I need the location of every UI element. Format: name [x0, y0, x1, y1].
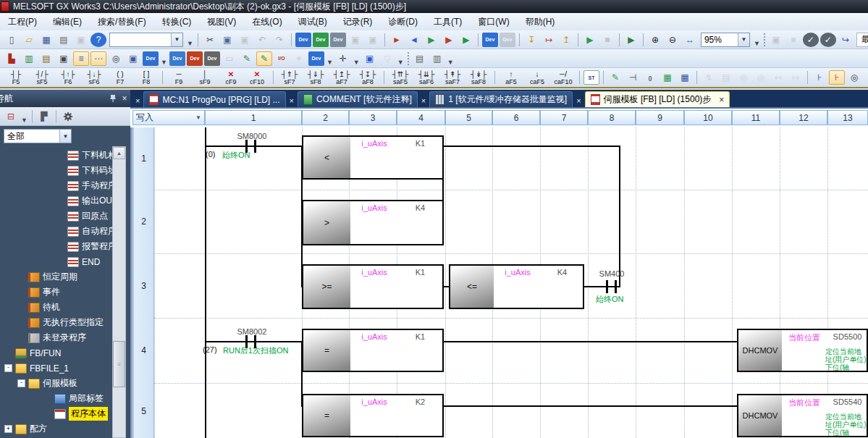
rising-edge-op-button[interactable]: ↑aF5	[498, 68, 524, 88]
tree-expander-icon[interactable]: -	[4, 364, 12, 372]
ladder-edit-icon[interactable]: ✎	[607, 70, 623, 85]
delete-row-icon[interactable]: ↦	[788, 70, 804, 85]
redo-icon[interactable]: ↷	[271, 33, 287, 47]
dock-layout-icon[interactable]: ▛	[36, 109, 52, 124]
grid-option2-icon[interactable]: ▥	[429, 51, 445, 66]
io-check-icon[interactable]: I/O	[274, 51, 290, 66]
tree-item-事件[interactable]: 事件	[0, 285, 114, 300]
closed-contact-button[interactable]: ┤/├sF5	[29, 68, 55, 88]
wizard-icon[interactable]: ✦	[291, 51, 307, 66]
remote-operation-icon[interactable]: ▶	[441, 33, 457, 47]
contact-symbol[interactable]	[606, 280, 608, 293]
close-tab-icon[interactable]: ×	[576, 96, 581, 105]
step-run-icon[interactable]: ↧	[523, 33, 539, 47]
horizontal-line-button[interactable]: ─F9	[166, 68, 192, 88]
menu-item-c[interactable]: 转换(C)	[154, 13, 200, 31]
blank-icon[interactable]: ■	[785, 33, 801, 47]
coil-edit-icon[interactable]: ()	[642, 70, 658, 85]
tree-item-配方[interactable]: +配方	[0, 421, 114, 437]
transfer-write-icon[interactable]: ►	[389, 33, 405, 47]
check2-icon[interactable]: ✓	[820, 33, 836, 47]
tree-expander-icon[interactable]: -	[17, 379, 25, 387]
jump-icon[interactable]: ↪	[838, 33, 854, 47]
tree-item-下料码垛[interactable]: 下料码垛	[0, 163, 114, 178]
contact-edit-icon[interactable]: ⊣	[625, 70, 641, 85]
compare-block[interactable]: = i_uAxis K1	[302, 329, 444, 372]
check1-icon[interactable]: ✓	[803, 33, 819, 47]
menu-item-e[interactable]: 编辑(E)	[45, 13, 90, 31]
device-find-icon[interactable]: Dev	[143, 51, 159, 66]
open-contact-button[interactable]: ┤├F5	[3, 68, 29, 88]
vertical-line-button[interactable]: │sF9	[192, 68, 218, 88]
st-editor-icon[interactable]: ST	[583, 70, 599, 85]
step-break-icon[interactable]: ↦	[541, 33, 557, 47]
tree-display-icon[interactable]: ⊟	[3, 109, 19, 124]
edit-mode-icon[interactable]: ✎	[256, 51, 272, 66]
block-edit2-icon[interactable]: ▦	[677, 70, 693, 85]
window-display-icon[interactable]: ▣	[362, 51, 378, 66]
navigation-window-icon[interactable]: ▙	[4, 51, 20, 66]
scroll-up-icon[interactable]: ▲	[113, 147, 125, 159]
compare-block[interactable]: <= i_uAxis K4	[449, 264, 584, 309]
tree-item-待机[interactable]: 待机	[0, 300, 114, 315]
find-ladder-icon[interactable]: ◎	[846, 70, 862, 85]
menu-item-d[interactable]: 诊断(D)	[380, 13, 426, 31]
close-navigation-icon[interactable]: ×	[119, 93, 130, 104]
undo-icon[interactable]: ↶	[254, 33, 270, 47]
export-icon[interactable]: ▣	[365, 33, 381, 47]
falling-edge-op-button[interactable]: ↓caF5	[524, 68, 550, 88]
toolbar-overflow2-icon[interactable]: ▼	[754, 40, 760, 49]
import-icon[interactable]: ▣	[347, 33, 363, 47]
step-resume-icon[interactable]: ↥	[558, 33, 574, 47]
tree-item-恒定周期[interactable]: 恒定周期	[0, 269, 114, 285]
watch-monitor-icon[interactable]: ▶	[623, 33, 639, 47]
io-config-icon[interactable]: ▤	[38, 51, 54, 66]
rising-close-branch-button[interactable]: ┤↟├saF7	[439, 68, 465, 88]
run-icon[interactable]: ▶	[458, 33, 474, 47]
tree-item-局部标签[interactable]: 局部标签	[0, 391, 114, 406]
monitor-start-icon[interactable]: ▶	[582, 33, 598, 47]
tree-item-报警程序[interactable]: 报警程序	[0, 239, 114, 254]
compare-block[interactable]: > i_uAxis K4	[302, 200, 444, 245]
settings-gear-icon[interactable]	[60, 109, 76, 124]
print-icon[interactable]: ▤	[56, 33, 72, 47]
ladder-canvas[interactable]: 写入 ▼ 12345678910111213 12345 SM8000 (0) …	[130, 109, 868, 438]
grid-option-icon[interactable]: ▤	[412, 51, 428, 66]
block-edit-icon[interactable]: ▦	[660, 70, 675, 85]
hmi-device-icon[interactable]: Dev	[330, 33, 346, 47]
rising-pulse-close-button[interactable]: ┤⇈├saF5	[387, 68, 413, 88]
monitor-plc-icon[interactable]: Dev	[313, 33, 329, 47]
menu-item-t[interactable]: 工具(T)	[426, 13, 470, 31]
tab-document[interactable]: MC:N1 ProgPou [PRG] [LD] ...	[143, 91, 285, 107]
coil-button[interactable]: ( )F7	[107, 68, 133, 88]
device-display-icon[interactable]: Dev	[308, 51, 324, 66]
tree-item-自动程序[interactable]: 自动程序	[0, 224, 114, 239]
compare-block[interactable]: = i_uAxis K2	[302, 394, 444, 437]
convert-icon[interactable]: ↯	[701, 70, 717, 85]
falling-pulse-button[interactable]: ┤⇓├sF8	[303, 68, 329, 88]
tab-document[interactable]: COMMENT [软元件注释]	[298, 91, 418, 107]
device-register-monitor-icon[interactable]: Dev	[187, 51, 203, 66]
tree-item-回原点[interactable]: 回原点	[0, 209, 114, 224]
branch-display-icon[interactable]: ⊦	[812, 70, 827, 85]
save-icon[interactable]: ▦	[38, 33, 54, 47]
tree-item-输出OU[interactable]: 输出OU	[0, 193, 114, 209]
rising-pulse-button[interactable]: ┤⇑├sF7	[277, 68, 303, 88]
falling-pulse-branch-button[interactable]: ┤↧├aF8	[355, 68, 381, 88]
monitor-stop-icon[interactable]: ■	[599, 33, 615, 47]
contact-symbol[interactable]	[615, 280, 617, 293]
open-file-icon[interactable]: ▱	[21, 33, 37, 47]
find-gray2-icon[interactable]: ◎	[753, 70, 769, 85]
open-branch-button[interactable]: ┤↑├F6	[55, 68, 81, 88]
window-previous-icon[interactable]: ▽	[379, 51, 395, 66]
cut-icon[interactable]: ✂	[202, 33, 218, 47]
tree-item-伺服模板[interactable]: -伺服模板	[0, 376, 114, 391]
copy-icon[interactable]: ▣	[219, 33, 235, 47]
device-block-icon[interactable]: Dev	[204, 51, 220, 66]
position-find-icon[interactable]: ✛	[335, 51, 351, 66]
write-to-plc-icon[interactable]: Dev	[295, 33, 311, 47]
menu-item-p[interactable]: 工程(P)	[0, 13, 45, 31]
chevron-down-icon[interactable]: ▼	[59, 130, 71, 143]
find-window-icon[interactable]: ▣	[125, 51, 141, 66]
tree-item-下料机构[interactable]: 下料机构	[0, 148, 114, 163]
